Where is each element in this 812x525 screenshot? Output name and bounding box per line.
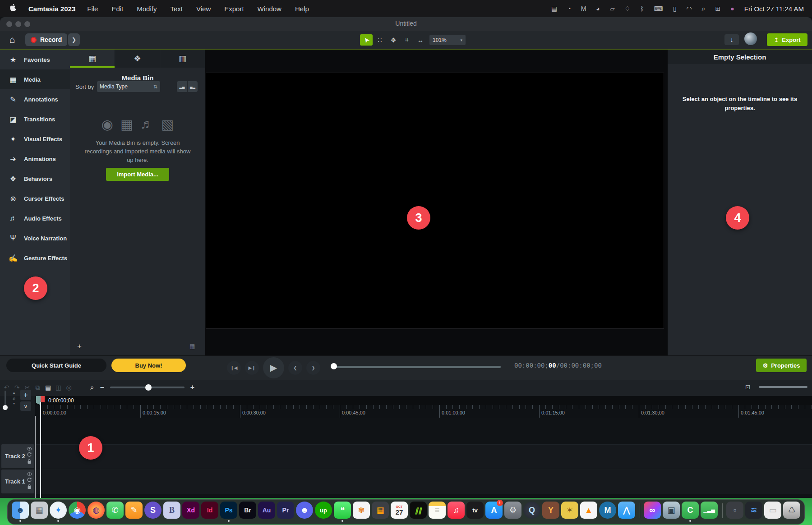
playhead-handle[interactable] [41, 396, 45, 402]
adobe-premiere[interactable]: Pr [277, 502, 295, 524]
menu-item[interactable]: Window [258, 5, 281, 13]
fit-timeline-icon[interactable]: ⊡ [745, 383, 751, 391]
record-options-chevron[interactable]: ❯ [68, 33, 80, 46]
finder[interactable]: ☻ [11, 502, 29, 524]
calculator[interactable]: ▦ [371, 502, 389, 524]
timeline-zoom-handle[interactable] [145, 384, 152, 391]
adobe-creative-cloud[interactable]: ∞ [643, 502, 661, 524]
sidebar-item-media[interactable]: ▦ Media [0, 69, 70, 89]
quick-start-guide-button[interactable]: Quick Start Guide [6, 359, 106, 372]
app-store[interactable]: A 1 [485, 502, 503, 524]
folder-icon[interactable]: ▱ [610, 5, 615, 13]
gmail-icon[interactable]: M [581, 5, 586, 13]
previous-frame-button[interactable]: ❙◀ [227, 361, 241, 375]
play-button[interactable]: ▶ [263, 357, 284, 378]
transform-tool[interactable]: ∷ [374, 34, 386, 46]
apple-menu-icon[interactable] [10, 4, 17, 13]
minimized-window-1[interactable]: ▫ [726, 502, 744, 524]
sidebar-item-annotations[interactable]: ✎ Annotations [0, 89, 70, 109]
facetime[interactable]: ✆ [106, 502, 124, 524]
undo-icon[interactable]: ↶ [3, 381, 10, 394]
vlc[interactable]: ▲ [580, 502, 598, 524]
upwork[interactable]: up [314, 502, 332, 524]
export-button[interactable]: ↥ Export [767, 33, 807, 46]
firefox[interactable]: ◍ [87, 502, 105, 524]
tab-library[interactable]: ▥ [160, 50, 205, 68]
properties-button[interactable]: ⚙ Properties [756, 359, 807, 372]
discord[interactable]: ☻ [295, 502, 314, 524]
camtasia[interactable]: C [681, 502, 699, 524]
safari[interactable]: ✦ [49, 502, 67, 524]
bluetooth-icon[interactable]: ᛒ [640, 5, 644, 13]
track-1-header[interactable]: Track 1 [1, 470, 34, 493]
battery-icon[interactable]: ▯ [673, 5, 677, 13]
zoom-to-fit-control[interactable]: ▴ ⌕ ▾ [11, 391, 17, 406]
b-app[interactable]: B [163, 502, 181, 524]
zoom-in-button[interactable]: + [190, 383, 194, 391]
zoom-out-button[interactable]: − [100, 383, 104, 391]
menu-item[interactable]: Export [224, 5, 244, 13]
screen-record-icon[interactable]: ◔ [567, 5, 571, 13]
quicktime[interactable]: Q [523, 502, 541, 524]
s-app[interactable]: S [144, 502, 162, 524]
pan-tool[interactable]: ✥ [387, 34, 400, 46]
crop-tool[interactable]: ⌗ [401, 34, 413, 46]
sidebar-item-animations[interactable]: ➔ Animations [0, 149, 70, 169]
calendar[interactable]: OCT 27 [390, 502, 408, 524]
sidebar-item-visual-effects[interactable]: ✦ Visual Effects [0, 129, 70, 149]
track-2-header[interactable]: Track 2 [1, 444, 34, 468]
menu-item[interactable]: Edit [111, 5, 123, 13]
sidebar-item-voice-narration[interactable]: Ψ Voice Narration [0, 228, 70, 248]
apple-music[interactable]: ♫ [447, 502, 465, 524]
sort-descending-button[interactable]: ▄▂ [187, 81, 198, 92]
next-frame-button[interactable]: ▶❙ [245, 361, 259, 375]
adobe-photoshop[interactable]: Ps [220, 502, 238, 524]
avatar-dot-icon[interactable]: ● [730, 5, 734, 13]
eye-icon[interactable] [27, 472, 32, 476]
account-avatar[interactable] [744, 32, 757, 45]
menu-item[interactable]: Modify [137, 5, 157, 13]
pineapple-app[interactable]: ✶ [561, 502, 579, 524]
creative-cloud-icon[interactable]: ◕ [596, 5, 600, 13]
timeline-horizontal-scrollbar[interactable] [759, 386, 807, 388]
jump-forward-button[interactable]: ❯ [306, 361, 320, 375]
thumbnail-size-icon[interactable]: ▦ [189, 343, 195, 350]
loop-icon[interactable] [27, 452, 32, 457]
menubar-clock[interactable]: Fri Oct 27 11:24 AM [744, 5, 804, 13]
menu-item[interactable]: Text [170, 5, 183, 13]
sidebar-item-audio-effects[interactable]: ♬ Audio Effects [0, 208, 70, 228]
spotlight-icon[interactable]: ⌕ [702, 5, 706, 13]
add-track-button[interactable]: + [20, 390, 31, 400]
add-media-button[interactable]: + [74, 342, 84, 351]
jump-back-button[interactable]: ❮ [288, 361, 302, 375]
paste-icon[interactable]: ▤ [44, 381, 52, 394]
minimized-window-2[interactable]: ≋ [745, 502, 763, 524]
photos[interactable]: ✾ [352, 502, 370, 524]
eye-icon[interactable] [27, 447, 32, 451]
timeline-zoom-slider[interactable] [110, 387, 185, 388]
import-media-button[interactable]: Import Media... [106, 168, 169, 181]
sidebar-item-behaviors[interactable]: ❖ Behaviors [0, 169, 70, 189]
track-height-handle[interactable] [3, 405, 8, 410]
system-settings[interactable]: ⚙ [504, 502, 522, 524]
scrubber-handle[interactable] [331, 363, 337, 369]
trash[interactable]: ♺ [783, 502, 801, 524]
home-button[interactable]: ⌂ [5, 33, 19, 46]
dock-app[interactable] [719, 502, 725, 524]
input-source-icon[interactable]: ⌨ [654, 5, 663, 13]
menu-item[interactable]: Help [295, 5, 309, 13]
menubar-app-name[interactable]: Camtasia 2023 [28, 5, 75, 13]
display-icon[interactable]: ▤ [551, 5, 557, 13]
buy-now-button[interactable]: Buy Now! [111, 359, 186, 372]
sidebar-item-favorites[interactable]: ★ Favorites [0, 50, 70, 69]
control-center-icon[interactable]: ⊞ [715, 5, 721, 13]
canvas-zoom-dropdown[interactable]: 101% ▾ [429, 35, 466, 45]
track-1-lane[interactable] [36, 470, 812, 494]
dock-app[interactable] [637, 502, 642, 524]
collapse-tracks-button[interactable]: ∨ [20, 401, 31, 411]
mamp[interactable]: M [599, 502, 617, 524]
menu-item[interactable]: View [196, 5, 211, 13]
pencil-app[interactable]: ✎ [125, 502, 143, 524]
menu-item[interactable]: File [87, 5, 98, 13]
tab-assets[interactable]: ❖ [115, 50, 160, 68]
